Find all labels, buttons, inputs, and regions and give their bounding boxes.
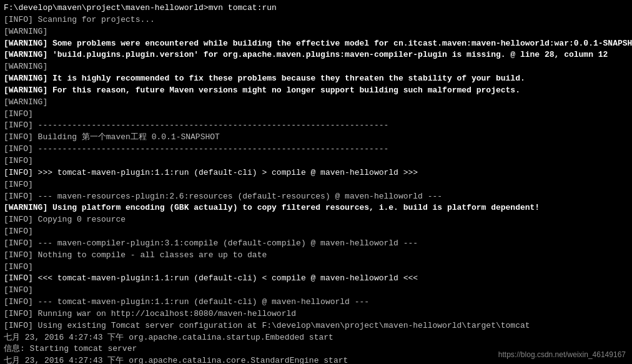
terminal-line: [WARNING] Using platform encoding (GBK a… (4, 202, 628, 214)
terminal-line: [INFO] --- maven-resources-plugin:2.6:re… (4, 191, 628, 203)
terminal-line: [INFO] (4, 109, 628, 121)
terminal-line: [WARNING] 'build.plugins.plugin.version'… (4, 49, 628, 61)
terminal-line: [INFO] Running war on http://localhost:8… (4, 308, 628, 320)
terminal-line: [INFO] (4, 285, 628, 297)
terminal-line: [INFO] (4, 179, 628, 191)
terminal-line: [INFO] (4, 155, 628, 167)
terminal-line: F:\develop\maven\project\maven-helloworl… (4, 2, 628, 14)
terminal-line: [INFO] Building 第一个maven工程 0.0.1-SNAPSHO… (4, 132, 628, 144)
terminal-line: 七月 23, 2016 4:27:43 下午 org.apache.catali… (4, 332, 628, 344)
terminal-line: [INFO] <<< tomcat-maven-plugin:1.1:run (… (4, 273, 628, 285)
terminal-line: [INFO] Using existing Tomcat server conf… (4, 320, 628, 332)
watermark: https://blog.csdn.net/weixin_46149167 (498, 350, 626, 359)
terminal-line: [WARNING] (4, 61, 628, 73)
terminal-line: [INFO] --- maven-compiler-plugin:3.1:com… (4, 238, 628, 250)
terminal-line: [INFO] ---------------------------------… (4, 120, 628, 132)
terminal-line: [WARNING] Some problems were encountered… (4, 38, 628, 50)
terminal-line: [INFO] Scanning for projects... (4, 14, 628, 26)
terminal-line: [INFO] Nothing to compile - all classes … (4, 250, 628, 262)
terminal-line: [INFO] (4, 226, 628, 238)
terminal-line: [WARNING] For this reason, future Maven … (4, 85, 628, 97)
terminal-line: [INFO] --- tomcat-maven-plugin:1.1:run (… (4, 297, 628, 308)
terminal-window: F:\develop\maven\project\maven-helloworl… (0, 0, 632, 364)
terminal-line: [INFO] (4, 262, 628, 273)
terminal-line: [INFO] >>> tomcat-maven-plugin:1.1:run (… (4, 167, 628, 179)
terminal-line: [WARNING] It is highly recommended to fi… (4, 73, 628, 85)
terminal-line: [WARNING] (4, 97, 628, 109)
terminal-line: [INFO] ---------------------------------… (4, 144, 628, 155)
terminal-line: [WARNING] (4, 26, 628, 38)
terminal-line: [INFO] Copying 0 resource (4, 214, 628, 226)
